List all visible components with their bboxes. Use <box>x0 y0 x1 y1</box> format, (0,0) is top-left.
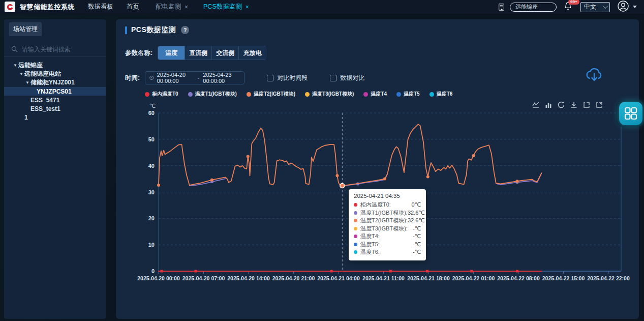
avatar-caret-icon[interactable] <box>633 6 637 8</box>
app-title: 智慧储能监控系统 <box>20 3 75 12</box>
legend-label: 柜内温度T0 <box>152 91 178 98</box>
cloud-download-icon <box>585 66 604 83</box>
tree-node-ESS_5471[interactable]: ESS_5471 <box>4 96 106 104</box>
tree-node-储能柜YNJZ001[interactable]: ▼储能柜YNJZ001 <box>4 78 106 87</box>
page-header: PCS数据监测 ? <box>125 25 189 35</box>
date-end-value[interactable]: 2025-04-23 00:00:00 <box>203 72 240 84</box>
checkbox-icon[interactable] <box>330 75 336 81</box>
notification-bell[interactable]: 99+ <box>564 2 572 13</box>
param-button-充放电[interactable]: 充放电 <box>239 46 266 60</box>
param-button-交流侧[interactable]: 交流侧 <box>212 46 239 60</box>
checkbox-icon[interactable] <box>267 75 273 81</box>
tab-close-icon[interactable]: × <box>246 5 249 10</box>
title-accent-bar <box>125 26 127 34</box>
tree-node-YNJZPCS01[interactable]: YNJZPCS01 <box>4 87 106 96</box>
chart-toolbar <box>532 101 603 109</box>
tooltip-series-value: -℃ <box>413 233 421 240</box>
chevron-down-icon <box>603 4 608 9</box>
sidebar-tab-station-management[interactable]: 场站管理 <box>9 22 42 36</box>
tree-expand-icon[interactable]: ▼ <box>18 72 24 76</box>
tab-close-icon[interactable]: × <box>185 5 188 10</box>
legend-item-柜内温度T0[interactable]: 柜内温度T0 <box>145 91 178 98</box>
tree-node-label: 储能柜YNJZ001 <box>30 78 75 87</box>
tooltip-dot-icon <box>354 227 357 230</box>
tooltip-series-label: 温度T1(IGBT模块): <box>360 209 408 217</box>
user-avatar[interactable] <box>617 0 629 14</box>
legend-label: 温度T5 <box>404 91 420 98</box>
zoom-reset-tool-icon[interactable] <box>595 101 603 109</box>
legend-label: 温度T6 <box>437 91 453 98</box>
date-range-picker[interactable]: 2025-04-20 00:00:00 - 2025-04-23 00:00:0… <box>145 71 244 84</box>
tree-node-label: 远能锦座电站 <box>24 70 61 78</box>
legend-item-温度T4[interactable]: 温度T4 <box>363 91 387 98</box>
tree-node-label: YNJZPCS01 <box>37 88 72 95</box>
tree-node-远能锦座[interactable]: ▼远能锦座 <box>4 61 106 70</box>
tooltip-series-label: 温度T4: <box>360 232 413 240</box>
save-image-tool-icon[interactable] <box>570 101 578 109</box>
language-selector[interactable]: 中文 <box>580 2 610 12</box>
tooltip-series-label: 温度T2(IGBT模块): <box>360 217 408 224</box>
tooltip-series-value: -℃ <box>413 241 421 248</box>
top-menu-item[interactable]: 首页 <box>127 3 139 11</box>
tree-node-1[interactable]: 1 <box>4 113 106 122</box>
bar-chart-tool-icon[interactable] <box>544 101 553 109</box>
clock-icon <box>149 75 154 81</box>
tree-search-input[interactable] <box>22 46 98 53</box>
tooltip-series-label: 柜内温度T0: <box>360 201 412 209</box>
help-icon[interactable]: ? <box>181 26 189 34</box>
line-chart-tool-icon[interactable] <box>532 101 540 109</box>
app-grid-icon <box>624 107 637 120</box>
date-separator: - <box>198 75 200 81</box>
legend-item-温度T3(IGBT模块)[interactable]: 温度T3(IGBT模块) <box>305 91 354 98</box>
tooltip-series-value: -℃ <box>413 225 421 232</box>
data-zoom-tool-icon[interactable] <box>582 101 591 109</box>
param-button-温度[interactable]: 温度 <box>158 46 185 60</box>
tooltip-row: 温度T3(IGBT模块):-℃ <box>354 225 421 233</box>
station-search-input[interactable] <box>510 3 557 12</box>
tree-expand-icon[interactable]: ▼ <box>12 63 18 68</box>
tooltip-row: 柜内温度T0:0℃ <box>354 201 421 209</box>
report-icon[interactable] <box>498 3 506 11</box>
data-compare-checkbox[interactable]: 数据对比 <box>330 74 364 82</box>
tree-node-ESS_test1[interactable]: ESS_test1 <box>4 104 106 113</box>
param-button-直流侧[interactable]: 直流侧 <box>185 46 212 60</box>
legend-dot-icon <box>188 92 193 97</box>
legend-item-温度T6[interactable]: 温度T6 <box>430 91 453 98</box>
app-grid-button[interactable] <box>619 102 642 125</box>
chart-legend: 柜内温度T0温度T1(IGBT模块)温度T2(IGBT模块)温度T3(IGBT模… <box>145 91 452 98</box>
tree-expand-icon[interactable]: ▼ <box>24 80 30 85</box>
page-title: PCS数据监测 <box>131 25 176 35</box>
tooltip-series-value: 32.6℃ <box>408 217 425 224</box>
export-download-button[interactable] <box>585 66 604 85</box>
app-window: 智慧储能监控系统 数据看板首页 配电监测×PCS数据监测× 99+ 中文 <box>0 0 644 321</box>
legend-item-温度T5[interactable]: 温度T5 <box>396 91 420 98</box>
top-tab[interactable]: 配电监测× <box>156 3 188 11</box>
compare-period-checkbox[interactable]: 对比时间段 <box>267 74 308 82</box>
legend-dot-icon <box>430 92 434 97</box>
legend-item-温度T2(IGBT模块)[interactable]: 温度T2(IGBT模块) <box>247 91 295 98</box>
language-value: 中文 <box>584 3 596 11</box>
legend-label: 温度T4 <box>371 91 387 98</box>
legend-dot-icon <box>305 92 310 97</box>
tooltip-dot-icon <box>354 243 357 246</box>
legend-label: 温度T2(IGBT模块) <box>254 91 295 98</box>
top-bar: 智慧储能监控系统 数据看板首页 配电监测×PCS数据监测× 99+ 中文 <box>0 0 644 14</box>
logo-swirl-icon <box>6 3 14 11</box>
date-start-value[interactable]: 2025-04-20 00:00:00 <box>157 72 194 84</box>
tooltip-row: 温度T2(IGBT模块):32.6℃ <box>354 217 421 225</box>
top-tab[interactable]: PCS数据监测× <box>203 3 249 11</box>
tooltip-row: 温度T4:-℃ <box>354 232 421 241</box>
station-tree: ▼远能锦座▼远能锦座电站▼储能柜YNJZ001YNJZPCS01ESS_5471… <box>4 61 106 122</box>
tooltip-timestamp: 2025-04-21 04:35 <box>354 193 421 199</box>
search-icon <box>11 46 18 52</box>
tooltip-dot-icon <box>354 235 357 238</box>
legend-label: 温度T3(IGBT模块) <box>312 91 354 98</box>
tree-node-label: 1 <box>24 114 28 121</box>
top-menu-item[interactable]: 数据看板 <box>88 3 113 11</box>
tree-node-远能锦座电站[interactable]: ▼远能锦座电站 <box>4 70 106 78</box>
legend-item-温度T1(IGBT模块)[interactable]: 温度T1(IGBT模块) <box>188 91 237 98</box>
legend-dot-icon <box>396 92 401 97</box>
restore-tool-icon[interactable] <box>557 101 565 109</box>
tooltip-row: 温度T1(IGBT模块):32.6℃ <box>354 209 421 217</box>
sidebar-search <box>4 42 106 57</box>
